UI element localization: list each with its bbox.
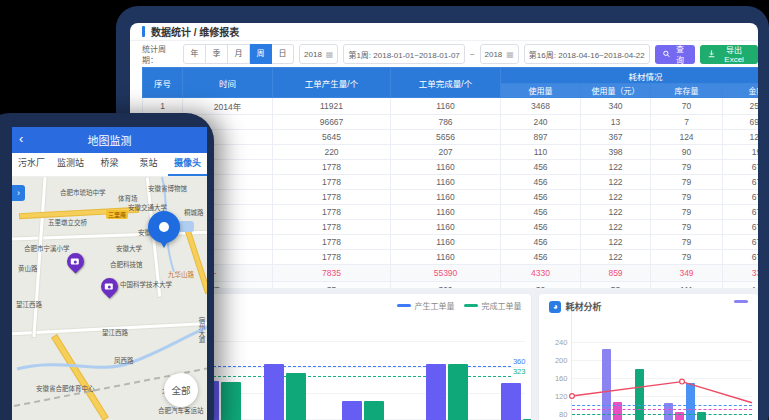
map-label: 九华山路 [168,269,194,279]
legend-item: 产生工单量 [397,300,454,311]
pie-chart-icon: ◕ [549,301,561,313]
phone-mockup: ‹ 地图监测 污水厂监测站桥梁泵站摄像头 合肥市琥珀中学安徽省博物馆体育场安徽交… [0,113,214,420]
table-cell: 67 [723,190,759,205]
map-all-button[interactable]: 全部 [164,373,198,407]
table-cell: 456 [501,190,581,205]
map-label: 凤西路 [114,355,134,365]
week-to-input[interactable]: 第16周: 2018-04-16~2018-04-22 [524,44,650,64]
table-cell: 897 [501,130,581,145]
table-cell: 70 [651,98,723,115]
table-cell: 110 [501,145,581,160]
trend-line [572,312,752,420]
period-option-年[interactable]: 年 [183,44,206,64]
summary-cell: 55390 [391,265,501,282]
table-cell: 456 [501,235,581,250]
subcol-header: 使用量 [501,84,581,98]
reference-label: 323 [513,367,526,376]
period-option-日[interactable]: 日 [272,44,294,64]
map-label: 合肥市宁溪小学 [24,243,70,253]
table-row: 177811604561227967 [143,235,759,250]
table-cell: 2014年 [183,98,273,115]
consumable-chart-yticks: 2402001601208040 [543,312,567,420]
period-option-周[interactable]: 周 [250,44,272,64]
table-cell: 398 [581,145,651,160]
table-cell: 67 [723,220,759,235]
period-option-月[interactable]: 月 [228,44,250,64]
table-cell: 122 [581,235,651,250]
marker-dot [159,222,169,232]
map-expander-toggle[interactable]: › [12,185,25,201]
charts-area: 产生工单量完成工单量 360323 ◕ 耗材分析 240200160120804… [130,288,758,420]
table-cell: 122 [581,250,651,265]
range-separator: ~ [470,50,475,59]
calendar-icon: ▦ [506,50,514,59]
table-cell: 1160 [391,190,501,205]
selected-camera-marker[interactable] [148,211,180,243]
phone-tab-污水厂[interactable]: 污水厂 [12,153,51,176]
axis-tick-label: 120 [555,392,568,401]
phone-tab-桥梁[interactable]: 桥梁 [90,153,129,176]
table-cell: 456 [501,205,581,220]
col-header-created: 工单产生量/个 [273,68,391,98]
period-label: 统计周期： [142,43,178,65]
table-row: 12014年119211160346834070250 [143,98,759,115]
reference-label: 360 [513,357,526,366]
table-row: 177811604561227967 [143,160,759,175]
table-cell: 786 [391,115,501,130]
period-option-季[interactable]: 季 [206,44,228,64]
year-from-select[interactable]: 2018 ▦ [299,44,338,64]
phone-tab-摄像头[interactable]: 摄像头 [168,153,207,176]
legend-dash [397,304,411,307]
map-label: 五里墩立交桥 [48,217,87,227]
table-cell: 1778 [273,250,391,265]
phone-tab-泵站[interactable]: 泵站 [129,153,168,176]
axis-tick-label: 80 [559,410,567,419]
table-cell: 1778 [273,175,391,190]
legend-item: 完成工单量 [464,300,521,311]
table-cell: 122 [581,190,651,205]
legend-dash [464,304,478,307]
phone-tab-bar: 污水厂监测站桥梁泵站摄像头 [12,153,207,177]
axis-tick-label: 200 [555,356,568,365]
summary-cell: 349 [651,265,723,282]
camera-icon [71,259,79,265]
axis-tick-label: 240 [555,338,568,347]
table-row: 96667786240137690 [143,115,759,130]
table-cell: 122 [581,205,651,220]
table-cell: 1160 [391,160,501,175]
filter-toolbar: 统计周期： 年季月周日 2018 ▦ 第1周: 2018-01-01~2018-… [130,41,758,67]
export-excel-button[interactable]: 导出Excel [700,45,758,64]
table-cell: 67 [723,175,759,190]
query-button[interactable]: 查询 [655,45,695,64]
total-row: 合计783555390433085934933 [143,265,759,282]
table-cell: 1778 [273,190,391,205]
back-icon[interactable]: ‹ [19,131,23,146]
table-cell: 79 [651,250,723,265]
table-cell: 207 [391,145,501,160]
table-cell: 250 [723,98,759,115]
table-cell: 79 [651,175,723,190]
table-cell: 1160 [391,235,501,250]
consumable-chart-card: ◕ 耗材分析 2402001601208040 [539,294,758,420]
table-cell: 1160 [391,98,501,115]
table-cell: 1778 [273,205,391,220]
table-cell: 1160 [391,205,501,220]
week-from-input[interactable]: 第1周: 2018-01-01~2018-01-07 [343,44,464,64]
table-cell: 456 [501,250,581,265]
table-cell: 367 [581,130,651,145]
map-label: 中国科学技术大学 [120,279,172,289]
phone-tab-监测站[interactable]: 监测站 [51,153,90,176]
table-cell: 79 [651,190,723,205]
year-to-select[interactable]: 2018 ▦ [480,44,519,64]
map-label: 安徽省合肥体育中心 [36,383,95,393]
table-row: 177811604561227967 [143,205,759,220]
table-cell: 19 [723,145,759,160]
map-view[interactable]: 合肥市琥珀中学安徽省博物馆体育场安徽交通大学三里庵五里墩立交桥桐城路安徽医科大学… [12,177,207,420]
map-label: 黄山路 [18,263,38,273]
legend-dash-purple [734,300,748,303]
subcol-header: 金额 [723,84,759,98]
subcol-header: 库存量 [651,84,723,98]
table-cell: 3468 [501,98,581,115]
table-cell: 220 [273,145,391,160]
table-cell: 79 [651,205,723,220]
